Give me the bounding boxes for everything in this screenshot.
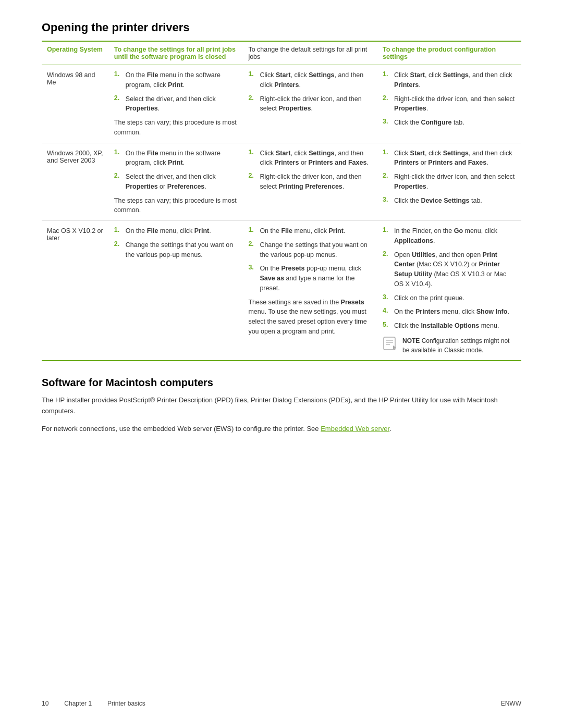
svg-marker-4 [393,346,396,350]
step-note: The steps can vary; this procedure is mo… [114,118,238,138]
step-item: 1. In the Finder, on the Go menu, click … [383,226,516,246]
table-row-windows2000: Windows 2000, XP, and Server 2003 1. On … [42,143,521,221]
table-row-windows98: Windows 98 and Me 1. On the File menu in… [42,65,521,143]
col3-windows98: 1. Click Start, click Settings, and then… [243,65,377,143]
steps-list: 1. Click Start, click Settings, and then… [248,70,372,114]
note-box: NOTE Configuration settings might not be… [383,336,516,355]
col4-windows2000: 1. Click Start, click Settings, and then… [377,143,521,221]
footer-chapter: Chapter 1 [64,700,92,707]
step-item: 3. On the Presets pop-up menu, click Sav… [248,264,372,293]
footer-right: ENWW [501,700,521,707]
macintosh-para1: The HP installer provides PostScript® Pr… [42,395,521,417]
steps-list: 1. In the Finder, on the Go menu, click … [383,226,516,331]
step-note: The steps can vary; this procedure is mo… [114,196,238,216]
footer-chapter-name: Printer basics [107,700,145,707]
step-item: 5. Click the Installable Options menu. [383,321,516,331]
col3-macosx-note: These settings are saved in the Presets … [248,298,372,337]
col2-windows2000: 1. On the File menu in the software prog… [109,143,243,221]
steps-list: 1. Click Start, click Settings, and then… [383,70,516,128]
section-opening-printer-drivers: Opening the printer drivers Operating Sy… [42,21,521,361]
printer-drivers-table: Operating System To change the settings … [42,41,521,361]
section1-title: Opening the printer drivers [42,21,521,34]
step-item: 3. Click on the print queue. [383,293,516,303]
os-macosx: Mac OS X V10.2 or later [42,221,109,361]
steps-list: 1. Click Start, click Settings, and then… [248,149,372,192]
note-icon [383,336,398,352]
col2-windows98: 1. On the File menu in the software prog… [109,65,243,143]
os-windows98: Windows 98 and Me [42,65,109,143]
step-item: 2. Right-click the driver icon, and then… [248,172,372,192]
step-item: 2. Right-click the driver icon, and then… [383,94,516,114]
steps-list: 1. On the File menu, click Print. 2. Cha… [248,226,372,293]
step-item: 2. Select the driver, and then click Pro… [114,94,238,114]
step-item: 1. Click Start, click Settings, and then… [248,149,372,168]
step-item: 1. On the File menu, click Print. [248,226,372,236]
step-item: 3. Click the Configure tab. [383,118,516,128]
col3-macosx: 1. On the File menu, click Print. 2. Cha… [243,221,377,361]
header-change-all: To change the settings for all print job… [109,41,243,65]
steps-list: 1. On the File menu in the software prog… [114,70,238,114]
note-text: NOTE Configuration settings might not be… [402,336,516,355]
step-item: 4. On the Printers menu, click Show Info… [383,307,516,317]
step-item: 2. Change the settings that you want on … [248,240,372,260]
step-item: 1. Click Start, click Settings, and then… [248,70,372,90]
col2-macosx: 1. On the File menu, click Print. 2. Cha… [109,221,243,361]
macintosh-para2: For network connections, use the embedde… [42,424,521,435]
col4-windows98: 1. Click Start, click Settings, and then… [377,65,521,143]
header-change-config: To change the product configuration sett… [377,41,521,65]
section2-title: Software for Macintosh computers [42,377,521,389]
col4-macosx: 1. In the Finder, on the Go menu, click … [377,221,521,361]
page-footer: 10 Chapter 1 Printer basics ENWW [42,700,521,707]
step-item: 1. Click Start, click Settings, and then… [383,70,516,90]
step-item: 2. Change the settings that you want on … [114,240,238,260]
header-os: Operating System [42,41,109,65]
col3-windows2000: 1. Click Start, click Settings, and then… [243,143,377,221]
step-item: 3. Click the Device Settings tab. [383,196,516,206]
step-item: 2. Select the driver, and then click Pro… [114,172,238,192]
step-item: 1. On the File menu, click Print. [114,226,238,236]
footer-page-number: 10 [42,700,48,707]
table-row-macosx: Mac OS X V10.2 or later 1. On the File m… [42,221,521,361]
step-item: 2. Open Utilities, and then open Print C… [383,250,516,289]
step-item: 1. On the File menu in the software prog… [114,149,238,168]
embedded-web-server-link[interactable]: Embedded Web server [321,425,389,433]
step-item: 1. Click Start, click Settings, and then… [383,149,516,168]
step-item: 2. Right-click the driver icon, and then… [248,94,372,114]
step-item: 1. On the File menu in the software prog… [114,70,238,90]
os-windows2000: Windows 2000, XP, and Server 2003 [42,143,109,221]
macintosh-para2-text: For network connections, use the embedde… [42,425,321,433]
footer-left: 10 Chapter 1 Printer basics [42,700,145,707]
steps-list: 1. On the File menu, click Print. 2. Cha… [114,226,238,260]
header-change-default: To change the default settings for all p… [243,41,377,65]
steps-list: 1. On the File menu in the software prog… [114,149,238,192]
section-macintosh-software: Software for Macintosh computers The HP … [42,377,521,435]
step-item: 2. Right-click the driver icon, and then… [383,172,516,192]
steps-list: 1. Click Start, click Settings, and then… [383,149,516,206]
